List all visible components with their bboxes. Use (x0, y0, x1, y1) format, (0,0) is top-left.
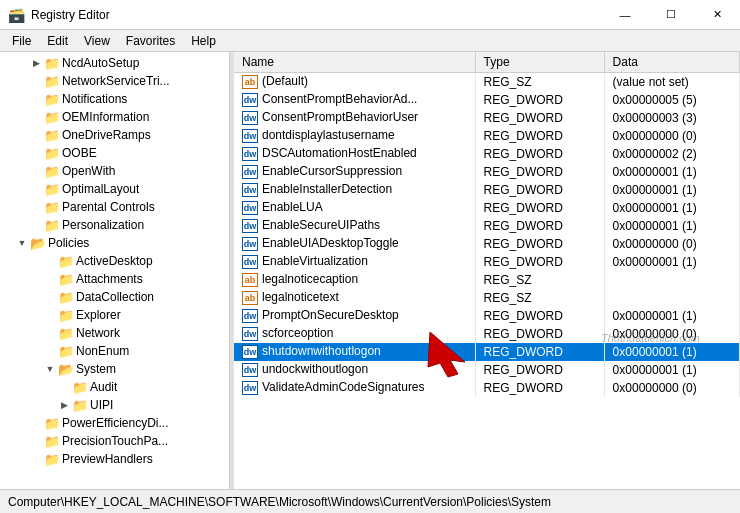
tree-arrow-icon (42, 343, 58, 359)
app-icon: 🗃️ (8, 7, 25, 23)
tree-item-uipi[interactable]: ▶📁UIPI (0, 396, 229, 414)
cell-data: 0x00000000 (0) (604, 325, 739, 343)
tree-panel: ▶📁NcdAutoSetup 📁NetworkServiceTri... 📁No… (0, 52, 230, 489)
table-row[interactable]: dwdontdisplaylastusernameREG_DWORD0x0000… (234, 127, 740, 145)
table-row[interactable]: dwEnableInstallerDetectionREG_DWORD0x000… (234, 181, 740, 199)
cell-data (604, 271, 739, 289)
maximize-button[interactable]: ☐ (648, 0, 694, 30)
tree-arrow-icon (28, 163, 44, 179)
tree-item-label: UIPI (90, 398, 113, 412)
tree-item-datacollection[interactable]: 📁DataCollection (0, 288, 229, 306)
table-row[interactable]: dwundockwithoutlogonREG_DWORD0x00000001 … (234, 361, 740, 379)
reg-sz-icon: ab (242, 273, 258, 287)
minimize-button[interactable]: — (602, 0, 648, 30)
cell-data: 0x00000000 (0) (604, 127, 739, 145)
tree-item-precisiontouchpad[interactable]: 📁PrecisionTouchPa... (0, 432, 229, 450)
title-bar: 🗃️ Registry Editor — ☐ ✕ (0, 0, 740, 30)
folder-icon: 📁 (44, 163, 60, 179)
reg-dword-icon: dw (242, 183, 258, 197)
table-row[interactable]: dwEnableVirtualizationREG_DWORD0x0000000… (234, 253, 740, 271)
cell-name: dwundockwithoutlogon (234, 361, 475, 379)
tree-item-powerefficiencydi[interactable]: 📁PowerEfficiencyDi... (0, 414, 229, 432)
table-row[interactable]: dwEnableUIADesktopToggleREG_DWORD0x00000… (234, 235, 740, 253)
cell-data: 0x00000001 (1) (604, 253, 739, 271)
reg-dword-icon: dw (242, 147, 258, 161)
tree-item-policies[interactable]: ▼📂Policies (0, 234, 229, 252)
cell-data: 0x00000003 (3) (604, 109, 739, 127)
tree-item-notifications[interactable]: 📁Notifications (0, 90, 229, 108)
tree-item-audit[interactable]: 📁Audit (0, 378, 229, 396)
registry-table: Name Type Data ab(Default)REG_SZ(value n… (234, 52, 740, 397)
table-row[interactable]: dwscforceoptionREG_DWORD0x00000000 (0) (234, 325, 740, 343)
tree-item-onedriveramps[interactable]: 📁OneDriveRamps (0, 126, 229, 144)
name-text: ConsentPromptBehaviorAd... (262, 92, 417, 106)
name-text: PromptOnSecureDesktop (262, 308, 399, 322)
tree-arrow-icon (28, 181, 44, 197)
tree-item-attachments[interactable]: 📁Attachments (0, 270, 229, 288)
tree-item-networkservicetri[interactable]: 📁NetworkServiceTri... (0, 72, 229, 90)
table-row[interactable]: ablegalnoticetextREG_SZ (234, 289, 740, 307)
tree-arrow-icon: ▼ (14, 235, 30, 251)
tree-item-openwith[interactable]: 📁OpenWith (0, 162, 229, 180)
cell-type: REG_DWORD (475, 379, 604, 397)
tree-item-previewhandlers[interactable]: 📁PreviewHandlers (0, 450, 229, 468)
folder-icon: 📂 (58, 361, 74, 377)
menu-item-favorites[interactable]: Favorites (118, 32, 183, 50)
menu-item-file[interactable]: File (4, 32, 39, 50)
table-row[interactable]: ab(Default)REG_SZ(value not set) (234, 73, 740, 91)
tree-item-activedesktop[interactable]: 📁ActiveDesktop (0, 252, 229, 270)
menu-item-view[interactable]: View (76, 32, 118, 50)
folder-icon: 📁 (58, 325, 74, 341)
tree-item-label: OOBE (62, 146, 97, 160)
tree-item-optimallayout[interactable]: 📁OptimalLayout (0, 180, 229, 198)
close-button[interactable]: ✕ (694, 0, 740, 30)
tree-item-system[interactable]: ▼📂System (0, 360, 229, 378)
table-row[interactable]: dwEnableSecureUIPathsREG_DWORD0x00000001… (234, 217, 740, 235)
tree-item-explorer[interactable]: 📁Explorer (0, 306, 229, 324)
table-row[interactable]: dwEnableCursorSuppressionREG_DWORD0x0000… (234, 163, 740, 181)
reg-dword-icon: dw (242, 345, 258, 359)
cell-name: dwEnableUIADesktopToggle (234, 235, 475, 253)
tree-item-label: OpenWith (62, 164, 115, 178)
tree-item-parentalcontrols[interactable]: 📁Parental Controls (0, 198, 229, 216)
tree-item-label: Personalization (62, 218, 144, 232)
menu-item-help[interactable]: Help (183, 32, 224, 50)
reg-dword-icon: dw (242, 165, 258, 179)
tree-item-nonenum[interactable]: 📁NonEnum (0, 342, 229, 360)
tree-arrow-icon (42, 325, 58, 341)
detail-scroll[interactable]: Name Type Data ab(Default)REG_SZ(value n… (234, 52, 740, 489)
menu-item-edit[interactable]: Edit (39, 32, 76, 50)
table-row[interactable]: dwEnableLUAREG_DWORD0x00000001 (1) (234, 199, 740, 217)
table-row[interactable]: ablegalnoticecaptionREG_SZ (234, 271, 740, 289)
tree-arrow-icon: ▶ (56, 397, 72, 413)
table-row[interactable]: dwValidateAdminCodeSignaturesREG_DWORD0x… (234, 379, 740, 397)
tree-arrow-icon (42, 271, 58, 287)
cell-type: REG_DWORD (475, 325, 604, 343)
status-bar: Computer\HKEY_LOCAL_MACHINE\SOFTWARE\Mic… (0, 489, 740, 513)
reg-dword-icon: dw (242, 309, 258, 323)
tree-item-label: PowerEfficiencyDi... (62, 416, 168, 430)
cell-name: dwValidateAdminCodeSignatures (234, 379, 475, 397)
folder-icon: 📁 (44, 127, 60, 143)
table-row[interactable]: dwshutdownwithoutlogonREG_DWORD0x0000000… (234, 343, 740, 361)
table-row[interactable]: dwConsentPromptBehaviorAd...REG_DWORD0x0… (234, 91, 740, 109)
tree-item-ncdautosetup[interactable]: ▶📁NcdAutoSetup (0, 54, 229, 72)
folder-icon: 📁 (58, 343, 74, 359)
table-row[interactable]: dwConsentPromptBehaviorUserREG_DWORD0x00… (234, 109, 740, 127)
tree-item-label: Network (76, 326, 120, 340)
tree-item-oobe[interactable]: 📁OOBE (0, 144, 229, 162)
name-text: legalnoticecaption (262, 272, 358, 286)
name-text: (Default) (262, 74, 308, 88)
table-row[interactable]: dwDSCAutomationHostEnabledREG_DWORD0x000… (234, 145, 740, 163)
tree-item-personalization[interactable]: 📁Personalization (0, 216, 229, 234)
folder-icon: 📁 (44, 433, 60, 449)
tree-item-network[interactable]: 📁Network (0, 324, 229, 342)
reg-dword-icon: dw (242, 219, 258, 233)
tree-item-label: DataCollection (76, 290, 154, 304)
tree-arrow-icon: ▼ (42, 361, 58, 377)
name-text: scforceoption (262, 326, 333, 340)
tree-item-label: PrecisionTouchPa... (62, 434, 168, 448)
cell-name: ab(Default) (234, 73, 475, 91)
table-row[interactable]: dwPromptOnSecureDesktopREG_DWORD0x000000… (234, 307, 740, 325)
tree-item-oeminformation[interactable]: 📁OEMInformation (0, 108, 229, 126)
